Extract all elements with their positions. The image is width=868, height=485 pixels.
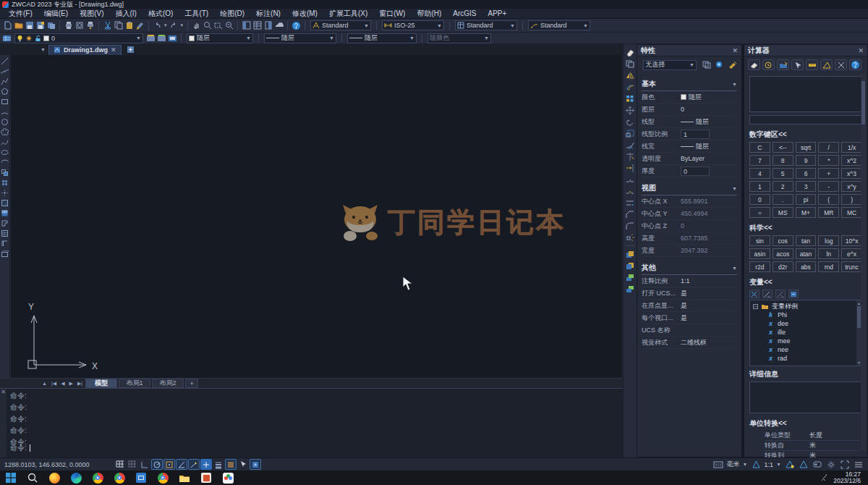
annotation-scale-value[interactable]: 1:1 (765, 461, 774, 468)
taskbar-powerpoint-icon[interactable] (195, 471, 217, 485)
prop-value[interactable]: 是 (681, 313, 687, 323)
open-icon[interactable] (13, 20, 24, 31)
save-as-icon[interactable] (35, 20, 46, 31)
start-button[interactable] (0, 471, 22, 485)
calc-key-clear[interactable]: C (749, 142, 770, 153)
unit-display-value[interactable]: 毫米 (727, 460, 740, 469)
ortho-toggle-icon[interactable] (139, 459, 150, 470)
match-properties-icon[interactable] (135, 20, 145, 31)
calc-key-minus[interactable]: - (818, 181, 839, 192)
tool-palettes-icon[interactable] (263, 20, 273, 31)
variable-row[interactable]: x ille (753, 328, 861, 337)
taskbar-chrome-icon[interactable] (109, 471, 130, 485)
dynamic-ucs-toggle-icon[interactable] (188, 459, 200, 470)
menu-tools[interactable]: 工具(T) (179, 9, 214, 19)
prop-value[interactable]: 1 (681, 130, 710, 139)
hatch-icon[interactable] (0, 198, 9, 208)
sheet-set-icon[interactable] (273, 20, 284, 31)
insert-block-icon[interactable] (0, 168, 9, 177)
lineweight-toggle-icon[interactable] (213, 459, 224, 470)
taskbar-firefox-icon[interactable] (43, 471, 65, 485)
taskbar-capture-app-icon[interactable] (217, 471, 239, 485)
calc-key-10x[interactable]: 10^x (841, 235, 862, 246)
prop-value[interactable]: 随层 (696, 117, 709, 127)
layer-previous-icon[interactable] (145, 33, 156, 43)
calc-key-2[interactable]: 2 (773, 181, 793, 192)
calc-key-8[interactable]: 8 (773, 155, 793, 166)
snap-toggle-icon[interactable] (114, 459, 126, 470)
calc-key-open-paren[interactable]: ( (818, 194, 839, 205)
menu-window[interactable]: 窗口(W) (373, 9, 411, 19)
calc-key-0[interactable]: 0 (749, 194, 770, 205)
calc-key-pi[interactable]: pi (796, 194, 817, 205)
zoom-realtime-icon[interactable] (202, 20, 213, 31)
menu-insert[interactable]: 插入(I) (109, 9, 142, 19)
gradient-icon[interactable] (0, 208, 9, 218)
calc-key-reciprocal[interactable]: 1/x (841, 142, 862, 153)
region-icon[interactable] (0, 219, 9, 228)
calc-key-4[interactable]: 4 (749, 168, 770, 179)
taskbar-edge-icon[interactable] (65, 471, 87, 485)
collapse-node-icon[interactable]: − (753, 304, 758, 309)
command-input[interactable]: 命令: (10, 443, 30, 453)
menu-modify[interactable]: 修改(M) (286, 9, 323, 19)
zoom-window-icon[interactable] (213, 20, 224, 31)
line-icon[interactable] (0, 56, 9, 66)
linetype-combo[interactable]: 随层 ▼ (264, 33, 336, 43)
layer-combo[interactable]: 0 ▼ (14, 33, 143, 43)
calc-key-tan[interactable]: tan (796, 235, 817, 246)
stretch-icon[interactable] (625, 140, 636, 150)
distance-icon[interactable] (806, 59, 818, 70)
document-tab[interactable]: Drawing1.dwg ✕ (48, 45, 122, 55)
variables-tree[interactable]: − 变量样例 k Phi x dee x ille x mee x (749, 300, 862, 366)
copy-icon[interactable] (113, 20, 124, 31)
calc-key-6[interactable]: 6 (796, 168, 817, 179)
calc-key-plus[interactable]: + (818, 168, 839, 179)
menu-help[interactable]: 帮助(H) (411, 9, 447, 19)
ellipse-icon[interactable] (0, 148, 9, 157)
new-drawing-tab-icon[interactable] (126, 44, 137, 55)
calc-key-ex[interactable]: e^x (841, 248, 862, 259)
unit-row-type[interactable]: 单位类型 长度 (765, 431, 860, 441)
calc-key-backspace[interactable]: <-- (773, 142, 793, 153)
calc-key-1[interactable]: 1 (749, 181, 770, 192)
properties-palette-icon[interactable] (241, 20, 252, 31)
clock[interactable]: 16:27 2023/12/6 (833, 471, 861, 484)
close-tab-icon[interactable]: ✕ (111, 46, 116, 54)
tab-last-icon[interactable]: ▶| (76, 381, 84, 387)
get-coordinates-icon[interactable] (791, 59, 804, 70)
calc-key-acos[interactable]: acos (773, 248, 793, 259)
calc-key-mr[interactable]: MR (818, 207, 839, 218)
mirror-icon[interactable] (625, 70, 636, 80)
chamfer-icon[interactable] (625, 209, 636, 219)
break-icon[interactable] (625, 186, 636, 196)
calc-key-r2d[interactable]: r2d (749, 261, 770, 272)
prop-value[interactable]: 是 (681, 289, 687, 298)
calc-key-sin[interactable]: sin (749, 235, 770, 246)
construction-line-icon[interactable] (0, 67, 9, 76)
draworder-below-icon[interactable] (625, 284, 636, 294)
mtext-icon[interactable] (0, 239, 9, 248)
quick-select-icon[interactable] (701, 59, 712, 70)
clear-icon[interactable] (748, 59, 760, 70)
status-menu-icon[interactable] (853, 459, 864, 470)
variable-row[interactable]: x nee (753, 345, 861, 354)
grid-toggle-icon[interactable] (127, 459, 138, 470)
variables-section-label[interactable]: 变量<< (749, 277, 867, 287)
annotation-visibility-icon[interactable] (784, 459, 795, 470)
calc-key-decimal[interactable]: . (773, 194, 793, 205)
polar-tracking-toggle-icon[interactable] (151, 459, 163, 470)
calc-key-cos[interactable]: cos (773, 235, 793, 246)
taskbar-file-explorer-icon[interactable] (174, 471, 195, 485)
calc-key-7[interactable]: 7 (749, 155, 770, 166)
menu-arcgis[interactable]: ArcGIS (447, 9, 482, 17)
paste-to-commandline-icon[interactable] (777, 59, 789, 70)
dynamic-input-toggle-icon[interactable] (200, 459, 212, 470)
prop-value[interactable]: 1:1 (681, 277, 690, 284)
calc-help-icon[interactable] (849, 59, 861, 70)
drawing-canvas[interactable]: 丁同学日记本 Y X (11, 55, 622, 378)
calc-key-divide[interactable]: / (818, 142, 839, 153)
variable-row[interactable]: x rad (753, 354, 861, 363)
prop-value[interactable]: 随层 (696, 142, 709, 151)
make-block-icon[interactable] (0, 178, 9, 187)
